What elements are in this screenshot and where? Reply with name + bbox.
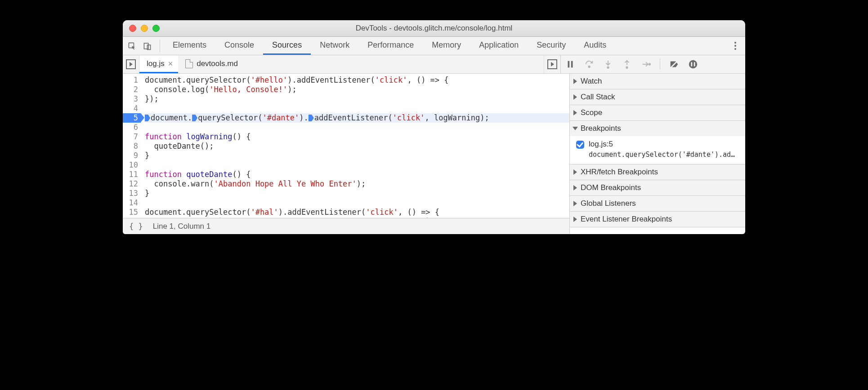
- code-lines[interactable]: document.querySelector('#hello').addEven…: [141, 74, 569, 218]
- debugger-sidebar: Watch Call Stack Scope Breakpoints log.j…: [570, 74, 745, 234]
- breakpoint-snippet: document.querySelector('#dante').addEv…: [589, 151, 737, 159]
- tab-memory[interactable]: Memory: [423, 37, 470, 55]
- line-number[interactable]: 6: [123, 123, 141, 132]
- line-number[interactable]: 10: [123, 160, 141, 170]
- line-number[interactable]: 5: [123, 113, 141, 123]
- zoom-window-button[interactable]: [152, 25, 160, 32]
- pane-event-listener-breakpoints: Event Listener Breakpoints: [570, 212, 745, 227]
- code-line[interactable]: [145, 198, 569, 208]
- more-options-icon[interactable]: [730, 42, 741, 50]
- pane-xhr-breakpoints: XHR/fetch Breakpoints: [570, 164, 745, 180]
- code-line[interactable]: [145, 160, 569, 170]
- pane-title: Event Listener Breakpoints: [581, 215, 672, 224]
- line-number[interactable]: 7: [123, 132, 141, 142]
- code-line[interactable]: [145, 123, 569, 132]
- line-number[interactable]: 9: [123, 151, 141, 160]
- file-tab-label: devtools.md: [197, 59, 238, 68]
- code-line[interactable]: [145, 104, 569, 113]
- pane-dom-breakpoints: DOM Breakpoints: [570, 180, 745, 196]
- line-number[interactable]: 2: [123, 85, 141, 94]
- devtools-window: DevTools - devtools.glitch.me/console/lo…: [123, 20, 745, 234]
- minimize-window-button[interactable]: [141, 25, 148, 32]
- line-number[interactable]: 3: [123, 94, 141, 104]
- disclosure-triangle-icon: [573, 94, 577, 100]
- code-line[interactable]: });: [145, 94, 569, 104]
- pane-title: DOM Breakpoints: [581, 183, 641, 192]
- svg-rect-11: [691, 62, 692, 66]
- line-number[interactable]: 1: [123, 75, 141, 85]
- code-editor[interactable]: 1234567891011121314151617 document.query…: [123, 74, 570, 234]
- line-gutter[interactable]: 1234567891011121314151617: [123, 74, 141, 218]
- call-marker-icon: [145, 115, 150, 121]
- cursor-position: Line 1, Column 1: [153, 222, 211, 231]
- code-line[interactable]: document.querySelector('#hal').addEventL…: [145, 208, 569, 217]
- deactivate-breakpoints-icon[interactable]: [669, 59, 679, 69]
- code-line[interactable]: console.warn('Abandon Hope All Ye Who En…: [145, 179, 569, 189]
- main-toolbar: Elements Console Sources Network Perform…: [123, 37, 745, 55]
- inspect-element-icon[interactable]: [126, 40, 137, 51]
- pane-title: Breakpoints: [581, 124, 621, 133]
- code-line[interactable]: }: [145, 189, 569, 198]
- tab-application[interactable]: Application: [470, 37, 528, 55]
- code-line[interactable]: }: [145, 151, 569, 160]
- breakpoint-location: log.js:5: [589, 140, 737, 149]
- breakpoint-checkbox[interactable]: [576, 141, 584, 149]
- breakpoint-item[interactable]: log.js:5 document.querySelector('#dante'…: [576, 140, 741, 159]
- code-line[interactable]: function logWarning() {: [145, 132, 569, 142]
- code-line[interactable]: quoteDante();: [145, 142, 569, 151]
- line-number[interactable]: 13: [123, 189, 141, 198]
- code-line[interactable]: function quoteDante() {: [145, 170, 569, 179]
- tab-performance[interactable]: Performance: [358, 37, 423, 55]
- svg-point-5: [588, 66, 590, 68]
- step-icon: [641, 59, 651, 69]
- svg-point-10: [689, 60, 697, 68]
- device-toolbar-icon[interactable]: [142, 40, 152, 51]
- disclosure-triangle-icon: [573, 185, 577, 191]
- pretty-print-icon[interactable]: { }: [129, 222, 143, 231]
- step-over-icon: [584, 59, 594, 69]
- file-tab-log-js[interactable]: log.js ×: [139, 55, 178, 73]
- sources-subtoolbar: log.js × devtools.md: [123, 55, 745, 74]
- pane-watch: Watch: [570, 74, 745, 89]
- pane-title: Watch: [581, 77, 602, 86]
- disclosure-triangle-icon: [573, 79, 577, 84]
- pane-call-stack: Call Stack: [570, 89, 745, 105]
- svg-point-6: [607, 67, 609, 69]
- tab-elements[interactable]: Elements: [164, 37, 215, 55]
- more-tabs-icon[interactable]: [544, 55, 561, 73]
- disclosure-triangle-icon: [573, 110, 577, 115]
- line-number[interactable]: 11: [123, 170, 141, 179]
- tab-audits[interactable]: Audits: [575, 37, 615, 55]
- line-number[interactable]: 14: [123, 198, 141, 208]
- pane-breakpoints: Breakpoints log.js:5 document.querySelec…: [570, 121, 745, 164]
- disclosure-triangle-icon: [573, 169, 577, 175]
- tab-security[interactable]: Security: [528, 37, 575, 55]
- debugger-controls: [561, 55, 745, 73]
- code-line[interactable]: document.querySelector('#hello').addEven…: [145, 75, 569, 85]
- code-line[interactable]: document.querySelector('#dante').addEven…: [145, 113, 569, 123]
- close-tab-icon[interactable]: ×: [168, 60, 173, 68]
- line-number[interactable]: 4: [123, 104, 141, 113]
- pause-on-exceptions-icon[interactable]: [688, 59, 698, 69]
- pause-icon[interactable]: [565, 59, 575, 69]
- svg-rect-1: [144, 43, 148, 49]
- tab-sources[interactable]: Sources: [263, 37, 311, 55]
- pane-global-listeners: Global Listeners: [570, 196, 745, 212]
- close-window-button[interactable]: [129, 25, 136, 32]
- tab-console[interactable]: Console: [215, 37, 263, 55]
- disclosure-triangle-icon: [573, 127, 578, 130]
- pane-scope: Scope: [570, 105, 745, 121]
- file-tab-label: log.js: [147, 59, 165, 68]
- panel-tabs: Elements Console Sources Network Perform…: [164, 37, 615, 55]
- file-tab-devtools-md[interactable]: devtools.md: [178, 55, 243, 73]
- code-line[interactable]: console.log('Hello, Console!');: [145, 85, 569, 94]
- line-number[interactable]: 15: [123, 208, 141, 217]
- pane-title: Global Listeners: [581, 199, 636, 208]
- tab-network[interactable]: Network: [311, 37, 358, 55]
- editor-status-bar: { } Line 1, Column 1: [123, 218, 569, 234]
- line-number[interactable]: 12: [123, 179, 141, 189]
- svg-rect-4: [571, 61, 573, 68]
- navigator-toggle-icon[interactable]: [123, 55, 139, 73]
- pane-title: XHR/fetch Breakpoints: [581, 168, 658, 177]
- line-number[interactable]: 8: [123, 142, 141, 151]
